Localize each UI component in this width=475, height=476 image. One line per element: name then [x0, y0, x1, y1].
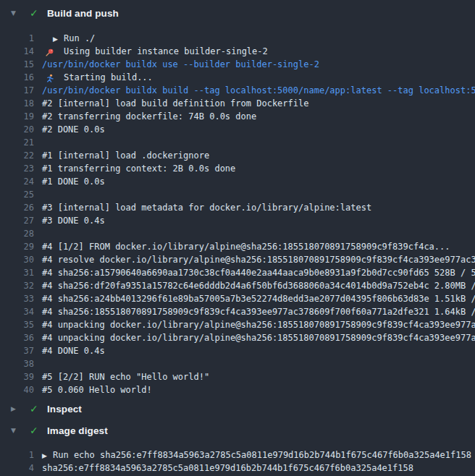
log-text-content: #2 [internal] load build definition from… — [42, 98, 308, 109]
log-text-content: #4 unpacking docker.io/library/alpine@sh… — [42, 333, 475, 343]
log-line: 38 — [0, 357, 475, 370]
check-icon: ✓ — [30, 8, 41, 18]
section-header-build-and-push[interactable]: ▼✓Build and push — [0, 0, 475, 26]
line-number[interactable]: 39 — [0, 370, 34, 383]
log-text: #5 [2/2] RUN echo "Hello world!" — [42, 370, 209, 383]
line-number[interactable]: 34 — [0, 305, 34, 318]
log-line: 18#2 [internal] load build definition fr… — [0, 97, 475, 110]
line-number[interactable]: 1 — [0, 32, 34, 45]
log-line: 17/usr/bin/docker buildx build --tag loc… — [0, 84, 475, 97]
line-number[interactable]: 38 — [0, 357, 34, 370]
line-number[interactable]: 21 — [0, 136, 34, 149]
line-number[interactable]: 19 — [0, 110, 34, 123]
log-line: 24#1 DONE 0.0s — [0, 175, 475, 188]
chevron-down-icon: ▼ — [11, 428, 20, 434]
line-number[interactable]: 4 — [0, 462, 34, 475]
check-icon: ✓ — [30, 404, 41, 414]
log-line: 30#4 resolve docker.io/library/alpine@sh… — [0, 253, 475, 266]
log-line: 37#4 DONE 0.4s — [0, 344, 475, 357]
log-line: 20#2 DONE 0.0s — [0, 123, 475, 136]
log-text-content: #4 sha256:df20fa9351a15782c64e6dddb2d4a6… — [42, 281, 475, 291]
log-line: 36#4 unpacking docker.io/library/alpine@… — [0, 331, 475, 344]
line-number[interactable]: 22 — [0, 149, 34, 162]
log-line: 21 — [0, 136, 475, 149]
log-text: Starting build... — [42, 71, 153, 84]
log-text-content: Run ./ — [64, 33, 95, 43]
log-text-content: #4 [1/2] FROM docker.io/library/alpine@s… — [42, 242, 450, 252]
log-line: 4sha256:e7ff8834a5963a2785c5a0811e979d16… — [0, 462, 475, 475]
line-number[interactable]: 36 — [0, 331, 34, 344]
line-number[interactable]: 32 — [0, 279, 34, 292]
log-text: sha256:e7ff8834a5963a2785c5a0811e979d16b… — [42, 462, 413, 475]
log-text-content: #4 DONE 0.4s — [42, 346, 105, 356]
line-number[interactable]: 28 — [0, 227, 34, 240]
log-text: #2 transferring dockerfile: 74B 0.0s don… — [42, 110, 256, 123]
log-text: #4 sha256:a15790640a6690aa1730c38cf0a440… — [42, 266, 475, 279]
log-line: 40#5 0.060 Hello world! — [0, 383, 475, 396]
log-text-content: /usr/bin/docker buildx build --tag local… — [42, 85, 475, 95]
line-number[interactable]: 27 — [0, 214, 34, 227]
line-number[interactable]: 26 — [0, 201, 34, 214]
check-icon: ✓ — [30, 425, 41, 435]
log-text: #4 sha256:185518070891758909c9f839cf4ca3… — [42, 305, 475, 318]
line-number[interactable]: 17 — [0, 84, 34, 97]
log-line: 29#4 [1/2] FROM docker.io/library/alpine… — [0, 240, 475, 253]
chevron-down-icon: ▼ — [11, 10, 20, 17]
line-number[interactable]: 37 — [0, 344, 34, 357]
line-number[interactable]: 16 — [0, 71, 34, 84]
log-line: 14Using builder instance builder-single-… — [0, 45, 475, 58]
pushpin-icon — [45, 46, 55, 59]
line-number[interactable]: 33 — [0, 292, 34, 305]
line-number[interactable]: 20 — [0, 123, 34, 136]
group-chevron-icon[interactable]: ▶ — [42, 449, 49, 462]
section-log-build-and-push: 1▶Run ./14Using builder instance builder… — [0, 26, 475, 398]
line-number[interactable]: 30 — [0, 253, 34, 266]
section-title: Image digest — [47, 425, 108, 436]
log-line: 1▶Run echo sha256:e7ff8834a5963a2785c5a0… — [0, 449, 475, 462]
log-text-content: #2 transferring dockerfile: 74B 0.0s don… — [42, 111, 256, 122]
log-text: #5 0.060 Hello world! — [42, 383, 152, 396]
line-number[interactable]: 1 — [0, 449, 34, 462]
log-text: #3 [internal] load metadata for docker.i… — [42, 201, 371, 214]
line-number[interactable]: 25 — [0, 188, 34, 201]
log-text: #1 transferring context: 2B 0.0s done — [42, 162, 235, 175]
log-text: #4 sha256:df20fa9351a15782c64e6dddb2d4a6… — [42, 279, 475, 292]
section-header-inspect[interactable]: ▶✓Inspect — [0, 398, 475, 420]
log-text-content: #4 resolve docker.io/library/alpine@sha2… — [42, 255, 475, 265]
log-text-content: #4 sha256:185518070891758909c9f839cf4ca3… — [42, 307, 475, 317]
log-text: ▶Run echo sha256:e7ff8834a5963a2785c5a08… — [42, 449, 471, 462]
log-text: #4 sha256:a24bb4013296f61e89ba57005a7b3e… — [42, 292, 475, 305]
log-line: 27#3 DONE 0.4s — [0, 214, 475, 227]
log-text: /usr/bin/docker buildx build --tag local… — [42, 84, 475, 97]
log-line: 19#2 transferring dockerfile: 74B 0.0s d… — [0, 110, 475, 123]
log-text: #1 [internal] load .dockerignore — [42, 149, 209, 162]
line-number[interactable]: 23 — [0, 162, 34, 175]
log-line: 1▶Run ./ — [0, 32, 475, 45]
log-text-content: Using builder instance builder-single-2 — [64, 46, 268, 56]
line-number[interactable]: 40 — [0, 383, 34, 396]
line-number[interactable]: 24 — [0, 175, 34, 188]
section-header-image-digest[interactable]: ▼✓Image digest — [0, 420, 475, 441]
log-line: 35#4 unpacking docker.io/library/alpine@… — [0, 318, 475, 331]
section-log-image-digest: 1▶Run echo sha256:e7ff8834a5963a2785c5a0… — [0, 441, 475, 475]
log-text-content: #2 DONE 0.0s — [42, 124, 105, 135]
log-line: 31#4 sha256:a15790640a6690aa1730c38cf0a4… — [0, 266, 475, 279]
line-number[interactable]: 18 — [0, 97, 34, 110]
log-text-content: #4 sha256:a15790640a6690aa1730c38cf0a440… — [42, 268, 475, 278]
workflow-log-viewer: ▼✓Build and push1▶Run ./14Using builder … — [0, 0, 475, 476]
line-number[interactable]: 14 — [0, 45, 34, 58]
log-text: #2 [internal] load build definition from… — [42, 97, 308, 110]
line-number[interactable]: 15 — [0, 58, 34, 71]
log-line: 34#4 sha256:185518070891758909c9f839cf4c… — [0, 305, 475, 318]
log-text-content: #1 [internal] load .dockerignore — [42, 150, 209, 161]
log-text: ▶Run ./ — [42, 32, 95, 45]
log-text: #4 unpacking docker.io/library/alpine@sh… — [42, 318, 475, 331]
log-text-content: #4 sha256:a24bb4013296f61e89ba57005a7b3e… — [42, 294, 475, 304]
group-chevron-icon[interactable]: ▶ — [53, 33, 60, 46]
log-text-content: #4 unpacking docker.io/library/alpine@sh… — [42, 320, 475, 330]
line-number[interactable]: 29 — [0, 240, 34, 253]
line-number[interactable]: 35 — [0, 318, 34, 331]
line-number[interactable]: 31 — [0, 266, 34, 279]
log-text-content: /usr/bin/docker buildx use --builder bui… — [42, 59, 319, 69]
log-text-content: Starting build... — [64, 72, 153, 82]
